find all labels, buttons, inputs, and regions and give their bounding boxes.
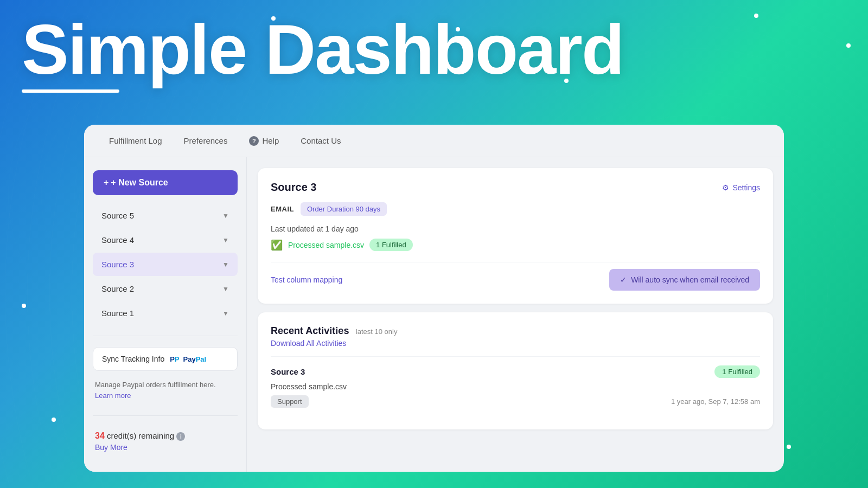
- test-mapping-link[interactable]: Test column mapping: [271, 275, 342, 284]
- chevron-down-icon: ▼: [222, 212, 229, 220]
- gear-icon: ⚙: [722, 183, 729, 192]
- sidebar-divider: [93, 336, 238, 336]
- hero-title-underline: [22, 89, 119, 93]
- decorative-dot: [846, 43, 851, 48]
- nav-fulfillment-log[interactable]: Fulfillment Log: [100, 132, 171, 150]
- activity-fulfilled-badge: 1 Fulfilled: [714, 365, 760, 378]
- processed-row: ✅ Processed sample.csv 1 Fulfilled: [271, 239, 760, 251]
- processed-text: Processed sample.csv: [288, 241, 364, 249]
- credits-count: 34: [95, 431, 105, 440]
- activity-item: Source 3 1 Fulfilled Processed sample.cs…: [271, 356, 760, 416]
- activities-card: Recent Activities latest 10 only Downloa…: [258, 312, 773, 429]
- sidebar-item-source-3[interactable]: Source 3 ▼: [93, 253, 238, 276]
- source-card-title: Source 3: [271, 181, 316, 194]
- settings-link[interactable]: ⚙ Settings: [722, 183, 760, 192]
- buy-more-link[interactable]: Buy More: [95, 443, 235, 452]
- credits-section: 34 credit(s) remaining i Buy More: [93, 427, 238, 457]
- activity-item-header: Source 3 1 Fulfilled: [271, 365, 760, 378]
- chevron-down-icon: ▼: [222, 236, 229, 244]
- info-icon[interactable]: i: [176, 432, 185, 441]
- learn-more-link[interactable]: Learn more: [95, 391, 131, 400]
- chevron-down-icon: ▼: [222, 310, 229, 317]
- nav-contact-us[interactable]: Contact Us: [292, 132, 349, 150]
- content-area: + + New Source Source 5 ▼ Source 4 ▼ Sou…: [84, 157, 784, 472]
- main-card: Fulfillment Log Preferences ? Help Conta…: [84, 125, 784, 472]
- card-footer: Test column mapping ✓ Will auto sync whe…: [271, 262, 760, 291]
- order-duration-badge[interactable]: Order Duration 90 days: [301, 202, 387, 216]
- check-circle-icon: ✅: [271, 239, 283, 251]
- source-card: Source 3 ⚙ Settings EMAIL Order Duration…: [258, 168, 773, 304]
- activity-tag: Support: [271, 395, 309, 408]
- auto-sync-button[interactable]: ✓ Will auto sync when email received: [609, 269, 760, 291]
- plus-icon: +: [104, 178, 108, 188]
- email-label: EMAIL: [271, 205, 294, 213]
- activity-processed-text: Processed sample.csv: [271, 382, 760, 391]
- new-source-button[interactable]: + + New Source: [93, 170, 238, 195]
- decorative-dot: [787, 445, 791, 449]
- chevron-down-icon: ▼: [222, 261, 229, 268]
- help-icon: ?: [249, 136, 259, 146]
- decorative-dot: [52, 418, 56, 422]
- sidebar-item-source-5[interactable]: Source 5 ▼: [93, 204, 238, 227]
- activity-time: 1 year ago, Sep 7, 12:58 am: [671, 397, 760, 406]
- activity-meta: Support 1 year ago, Sep 7, 12:58 am: [271, 395, 760, 408]
- nav-help[interactable]: ? Help: [240, 132, 288, 150]
- sidebar-item-source-2[interactable]: Source 2 ▼: [93, 277, 238, 300]
- decorative-dot: [564, 79, 569, 83]
- last-updated: Last updated at 1 day ago: [271, 224, 760, 233]
- paypal-sync-button[interactable]: Sync Tracking Info PP PayPal: [93, 347, 238, 371]
- checkmark-icon: ✓: [620, 275, 627, 284]
- decorative-dot: [136, 54, 140, 59]
- activities-title: Recent Activities: [271, 325, 349, 336]
- download-all-link[interactable]: Download All Activities: [271, 339, 760, 348]
- activities-header: Recent Activities latest 10 only Downloa…: [271, 325, 760, 348]
- source-list: Source 5 ▼ Source 4 ▼ Source 3 ▼ Source …: [93, 204, 238, 325]
- source-card-header: Source 3 ⚙ Settings: [271, 181, 760, 194]
- sidebar-paypal-info: Manage Paypal orders fulfillment here. L…: [93, 375, 238, 404]
- decorative-dot: [22, 304, 26, 308]
- decorative-dot: [271, 16, 276, 21]
- paypal-logo: PP PayPal: [170, 355, 206, 363]
- nav-bar: Fulfillment Log Preferences ? Help Conta…: [84, 125, 784, 157]
- main-content: Source 3 ⚙ Settings EMAIL Order Duration…: [247, 157, 784, 472]
- nav-preferences[interactable]: Preferences: [175, 132, 237, 150]
- decorative-dot: [456, 27, 460, 31]
- activities-subtitle: latest 10 only: [356, 328, 398, 336]
- email-row: EMAIL Order Duration 90 days: [271, 202, 760, 216]
- sidebar-item-source-4[interactable]: Source 4 ▼: [93, 228, 238, 252]
- sidebar-item-source-1[interactable]: Source 1 ▼: [93, 301, 238, 325]
- fulfilled-badge: 1 Fulfilled: [369, 239, 413, 251]
- chevron-down-icon: ▼: [222, 285, 229, 293]
- activity-source-name: Source 3: [271, 367, 305, 376]
- decorative-dot: [754, 14, 758, 18]
- sidebar: + + New Source Source 5 ▼ Source 4 ▼ Sou…: [84, 157, 247, 472]
- sidebar-divider-2: [93, 415, 238, 416]
- hero-title: Simple Dashboard: [22, 11, 623, 88]
